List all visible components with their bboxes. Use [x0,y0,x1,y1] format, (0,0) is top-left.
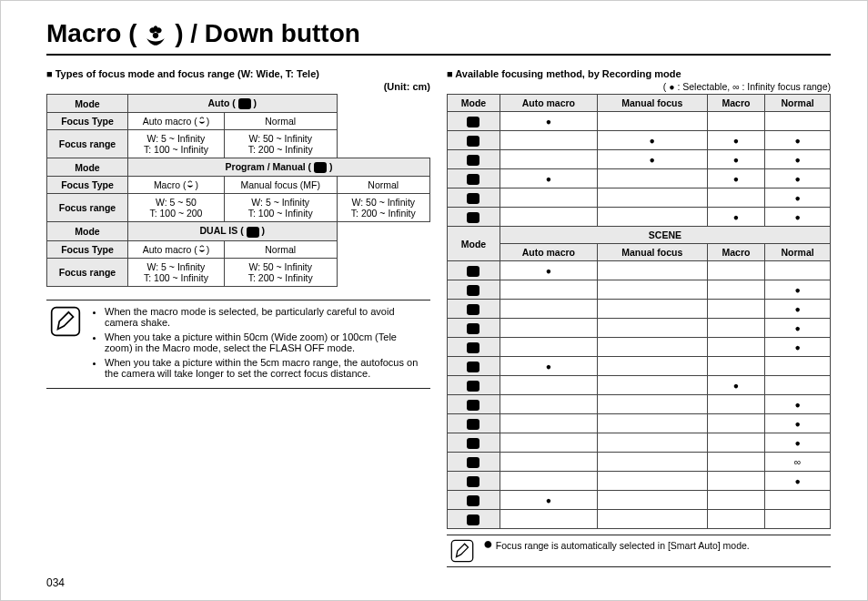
mode-name: Auto ( ) [128,95,338,113]
col-normal: Normal [765,95,831,112]
cell-normal [765,510,831,529]
mode-icon [467,476,479,487]
mode-icon [467,212,479,223]
focus-type-cell: Normal [224,113,337,130]
cell-normal [765,112,831,131]
mode-icon [467,457,479,468]
cell-manual-focus [597,261,707,280]
mode-icon-cell [448,414,500,433]
macro-flower-icon [186,179,195,188]
focus-type-cell: Normal [337,177,429,194]
mode-icon [467,136,479,147]
mode-icon-cell [448,112,500,131]
cell-auto-macro: ● [500,261,597,280]
cell-normal: ● [765,472,831,491]
cell-manual-focus [597,433,707,453]
cell-auto-macro [500,150,597,169]
cell-normal: ● [765,208,831,227]
cell-normal: ∞ [765,453,831,472]
cell-macro [707,300,764,319]
cell-normal: ● [765,414,831,433]
cell-manual-focus [597,491,707,510]
cell-auto-macro [500,395,597,414]
focus-range-cell: W: 50 ~ InfinityT: 200 ~ Infinity [224,258,337,286]
macro-flower-icon [197,116,207,125]
cell-manual-focus [597,510,707,529]
title-pre: Macro ( [46,19,137,47]
cell-auto-macro [500,300,597,319]
cell-macro [707,261,764,280]
mode-label: Mode [47,222,128,240]
focus-type-label: Focus Type [47,177,128,194]
mode-name: DUAL IS ( ) [128,222,338,240]
cell-auto-macro [500,338,597,357]
cell-normal: ● [765,395,831,414]
right-heading: ■ Available focusing method, by Recordin… [447,68,831,79]
mode-icon [467,117,479,127]
cell-normal: ● [765,319,831,338]
cell-normal: ● [765,169,831,188]
footnote-box: ● Focus range is automatically selected … [447,535,831,567]
cell-auto-macro [500,319,597,338]
cell-normal [765,376,831,395]
focus-type-cell: Normal [224,240,337,258]
cell-manual-focus: ● [597,131,707,150]
col-macro: Macro [707,95,764,112]
mode-icon [467,495,479,506]
mode-icon-cell [448,338,500,357]
right-column: ■ Available focusing method, by Recordin… [447,65,831,567]
cell-auto-macro [500,433,597,453]
cell-macro [707,280,764,300]
cell-auto-macro: ● [500,357,597,376]
cell-manual-focus [597,376,707,395]
mode-icon-cell [448,510,500,529]
cell-macro: ● [707,131,764,150]
cell-manual-focus [597,453,707,472]
cell-auto-macro: ● [500,169,597,188]
cell-manual-focus [597,280,707,300]
title-post: ) / Down button [175,19,360,47]
tip-item: When you take a picture within 50cm (Wid… [105,331,427,353]
mode-icon-cell [448,376,500,395]
two-column-layout: ■ Types of focus mode and focus range (W… [46,65,831,567]
cell-manual-focus [597,357,707,376]
left-heading: ■ Types of focus mode and focus range (W… [46,68,430,79]
mode-icon-cell [448,208,500,227]
cell-macro [707,472,764,491]
cell-auto-macro: ● [500,112,597,131]
cell-macro [707,395,764,414]
focus-range-cell: W: 5 ~ InfinityT: 100 ~ Infinity [128,258,225,286]
mode-icon-cell [448,395,500,414]
focus-type-cell: Manual focus (MF) [224,177,337,194]
manual-page: Macro ( ) / Down button ■ Types of focus… [0,0,868,601]
cell-auto-macro [500,208,597,227]
cell-manual-focus [597,472,707,491]
mode-icon [467,419,479,430]
mode-label: Mode [47,158,128,177]
focus-range-label: Focus range [47,194,128,222]
focus-type-cell: Auto macro () [128,113,225,130]
cell-manual-focus [597,169,707,188]
focus-type-label: Focus Type [47,113,128,130]
focus-range-label: Focus range [47,130,128,158]
cell-macro [707,510,764,529]
cell-normal: ● [765,280,831,300]
cell-auto-macro [500,472,597,491]
cell-macro: ● [707,376,764,395]
mode-icon-cell [448,491,500,510]
mode-icon-cell [448,433,500,453]
mode-icon [467,174,479,185]
focus-type-cell: Macro () [128,177,225,194]
unit-label: (Unit: cm) [46,81,430,92]
cell-auto-macro [500,510,597,529]
svg-rect-0 [52,307,80,335]
mode-icon [247,227,259,238]
cell-macro [707,453,764,472]
svg-rect-1 [451,540,472,561]
col-normal: Normal [765,244,831,261]
col-auto-macro: Auto macro [500,95,597,112]
mode-icon-cell [448,472,500,491]
cell-normal [765,357,831,376]
cell-macro: ● [707,208,764,227]
cell-macro: ● [707,150,764,169]
